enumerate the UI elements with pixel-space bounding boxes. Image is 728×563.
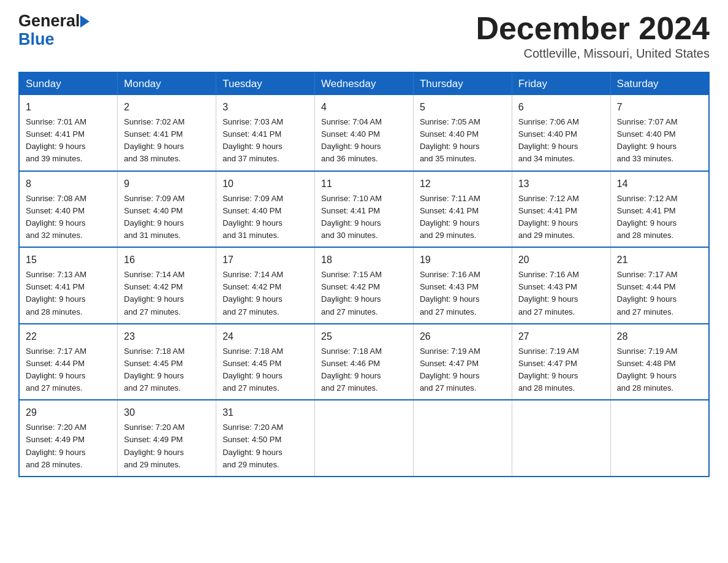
day-number: 16 — [124, 253, 210, 267]
page-header: General Blue December 2024 Cottleville, … — [18, 12, 710, 61]
day-number: 4 — [321, 100, 407, 115]
calendar-day-cell: 5Sunrise: 7:05 AMSunset: 4:40 PMDaylight… — [413, 95, 512, 171]
calendar-day-cell: 28Sunrise: 7:19 AMSunset: 4:48 PMDayligh… — [610, 324, 709, 400]
calendar-day-cell: 25Sunrise: 7:18 AMSunset: 4:46 PMDayligh… — [315, 324, 414, 400]
day-number: 6 — [518, 100, 604, 115]
calendar-day-cell: 12Sunrise: 7:11 AMSunset: 4:41 PMDayligh… — [413, 171, 512, 248]
weekday-header-friday: Friday — [512, 72, 610, 95]
weekday-header-monday: Monday — [118, 72, 216, 95]
month-title: December 2024 — [476, 12, 710, 44]
day-number: 29 — [26, 405, 111, 420]
calendar-day-cell: 3Sunrise: 7:03 AMSunset: 4:41 PMDaylight… — [216, 95, 315, 171]
logo-line2: Blue — [18, 31, 89, 49]
day-number: 15 — [26, 253, 111, 267]
calendar-day-cell: 19Sunrise: 7:16 AMSunset: 4:43 PMDayligh… — [413, 247, 512, 324]
day-info: Sunrise: 7:18 AMSunset: 4:45 PMDaylight:… — [124, 345, 210, 395]
calendar-day-cell: 31Sunrise: 7:20 AMSunset: 4:50 PMDayligh… — [216, 400, 315, 477]
logo-arrow-icon — [80, 15, 89, 28]
day-number: 11 — [321, 177, 407, 191]
day-number: 1 — [26, 100, 111, 115]
day-number: 27 — [518, 329, 604, 344]
calendar-day-cell: 2Sunrise: 7:02 AMSunset: 4:41 PMDaylight… — [118, 95, 216, 171]
calendar-day-cell: 27Sunrise: 7:19 AMSunset: 4:47 PMDayligh… — [512, 324, 610, 400]
calendar-day-cell: 4Sunrise: 7:04 AMSunset: 4:40 PMDaylight… — [315, 95, 414, 171]
day-info: Sunrise: 7:19 AMSunset: 4:48 PMDaylight:… — [617, 345, 702, 395]
day-number: 17 — [222, 253, 308, 267]
weekday-header-wednesday: Wednesday — [315, 72, 414, 95]
day-number: 31 — [222, 405, 308, 420]
calendar-week-row: 8Sunrise: 7:08 AMSunset: 4:40 PMDaylight… — [19, 171, 709, 248]
day-info: Sunrise: 7:20 AMSunset: 4:49 PMDaylight:… — [124, 421, 210, 471]
day-info: Sunrise: 7:18 AMSunset: 4:46 PMDaylight:… — [321, 345, 407, 395]
calendar-day-cell: 23Sunrise: 7:18 AMSunset: 4:45 PMDayligh… — [118, 324, 216, 400]
day-number: 10 — [222, 177, 308, 191]
day-info: Sunrise: 7:02 AMSunset: 4:41 PMDaylight:… — [124, 116, 210, 166]
calendar-day-cell: 8Sunrise: 7:08 AMSunset: 4:40 PMDaylight… — [19, 171, 118, 248]
day-info: Sunrise: 7:17 AMSunset: 4:44 PMDaylight:… — [26, 345, 111, 395]
day-number: 25 — [321, 329, 407, 344]
day-info: Sunrise: 7:19 AMSunset: 4:47 PMDaylight:… — [420, 345, 506, 395]
calendar-day-cell — [315, 400, 414, 477]
day-number: 30 — [124, 405, 210, 420]
day-info: Sunrise: 7:12 AMSunset: 4:41 PMDaylight:… — [518, 193, 604, 242]
day-info: Sunrise: 7:18 AMSunset: 4:45 PMDaylight:… — [222, 345, 308, 395]
calendar-day-cell: 29Sunrise: 7:20 AMSunset: 4:49 PMDayligh… — [19, 400, 118, 477]
day-number: 12 — [420, 177, 506, 191]
day-info: Sunrise: 7:04 AMSunset: 4:40 PMDaylight:… — [321, 116, 407, 166]
day-info: Sunrise: 7:11 AMSunset: 4:41 PMDaylight:… — [420, 193, 506, 242]
day-info: Sunrise: 7:17 AMSunset: 4:44 PMDaylight:… — [617, 269, 702, 318]
day-number: 9 — [124, 177, 210, 191]
day-info: Sunrise: 7:16 AMSunset: 4:43 PMDaylight:… — [420, 269, 506, 318]
day-number: 28 — [617, 329, 702, 344]
day-number: 5 — [420, 100, 506, 115]
calendar-day-cell: 22Sunrise: 7:17 AMSunset: 4:44 PMDayligh… — [19, 324, 118, 400]
calendar-day-cell — [512, 400, 610, 477]
day-info: Sunrise: 7:14 AMSunset: 4:42 PMDaylight:… — [222, 269, 308, 318]
logo: General Blue — [18, 12, 89, 48]
calendar-day-cell: 17Sunrise: 7:14 AMSunset: 4:42 PMDayligh… — [216, 247, 315, 324]
day-number: 14 — [617, 177, 702, 191]
day-info: Sunrise: 7:05 AMSunset: 4:40 PMDaylight:… — [420, 116, 506, 166]
logo-line1: General — [18, 12, 89, 31]
day-number: 19 — [420, 253, 506, 267]
day-info: Sunrise: 7:20 AMSunset: 4:49 PMDaylight:… — [26, 421, 111, 471]
calendar-day-cell: 15Sunrise: 7:13 AMSunset: 4:41 PMDayligh… — [19, 247, 118, 324]
calendar-day-cell: 24Sunrise: 7:18 AMSunset: 4:45 PMDayligh… — [216, 324, 315, 400]
calendar-table: SundayMondayTuesdayWednesdayThursdayFrid… — [18, 72, 710, 477]
day-info: Sunrise: 7:08 AMSunset: 4:40 PMDaylight:… — [26, 193, 111, 242]
day-info: Sunrise: 7:09 AMSunset: 4:40 PMDaylight:… — [222, 193, 308, 242]
day-number: 18 — [321, 253, 407, 267]
calendar-day-cell: 21Sunrise: 7:17 AMSunset: 4:44 PMDayligh… — [610, 247, 709, 324]
day-number: 3 — [222, 100, 308, 115]
calendar-day-cell: 1Sunrise: 7:01 AMSunset: 4:41 PMDaylight… — [19, 95, 118, 171]
calendar-day-cell: 14Sunrise: 7:12 AMSunset: 4:41 PMDayligh… — [610, 171, 709, 248]
calendar-day-cell: 13Sunrise: 7:12 AMSunset: 4:41 PMDayligh… — [512, 171, 610, 248]
day-number: 26 — [420, 329, 506, 344]
calendar-week-row: 29Sunrise: 7:20 AMSunset: 4:49 PMDayligh… — [19, 400, 709, 477]
day-number: 8 — [26, 177, 111, 191]
calendar-day-cell: 26Sunrise: 7:19 AMSunset: 4:47 PMDayligh… — [413, 324, 512, 400]
day-info: Sunrise: 7:06 AMSunset: 4:40 PMDaylight:… — [518, 116, 604, 166]
day-number: 24 — [222, 329, 308, 344]
day-number: 23 — [124, 329, 210, 344]
calendar-week-row: 1Sunrise: 7:01 AMSunset: 4:41 PMDaylight… — [19, 95, 709, 171]
day-info: Sunrise: 7:15 AMSunset: 4:42 PMDaylight:… — [321, 269, 407, 318]
day-number: 7 — [617, 100, 702, 115]
day-info: Sunrise: 7:19 AMSunset: 4:47 PMDaylight:… — [518, 345, 604, 395]
calendar-day-cell — [413, 400, 512, 477]
calendar-day-cell: 7Sunrise: 7:07 AMSunset: 4:40 PMDaylight… — [610, 95, 709, 171]
weekday-header-saturday: Saturday — [610, 72, 709, 95]
calendar-week-row: 15Sunrise: 7:13 AMSunset: 4:41 PMDayligh… — [19, 247, 709, 324]
calendar-day-cell: 16Sunrise: 7:14 AMSunset: 4:42 PMDayligh… — [118, 247, 216, 324]
weekday-header-thursday: Thursday — [413, 72, 512, 95]
day-info: Sunrise: 7:16 AMSunset: 4:43 PMDaylight:… — [518, 269, 604, 318]
calendar-header-row: SundayMondayTuesdayWednesdayThursdayFrid… — [19, 72, 709, 95]
day-number: 22 — [26, 329, 111, 344]
title-block: December 2024 Cottleville, Missouri, Uni… — [476, 12, 710, 61]
day-number: 2 — [124, 100, 210, 115]
day-number: 20 — [518, 253, 604, 267]
calendar-day-cell: 10Sunrise: 7:09 AMSunset: 4:40 PMDayligh… — [216, 171, 315, 248]
location: Cottleville, Missouri, United States — [476, 47, 710, 61]
calendar-day-cell: 20Sunrise: 7:16 AMSunset: 4:43 PMDayligh… — [512, 247, 610, 324]
calendar-day-cell: 11Sunrise: 7:10 AMSunset: 4:41 PMDayligh… — [315, 171, 414, 248]
